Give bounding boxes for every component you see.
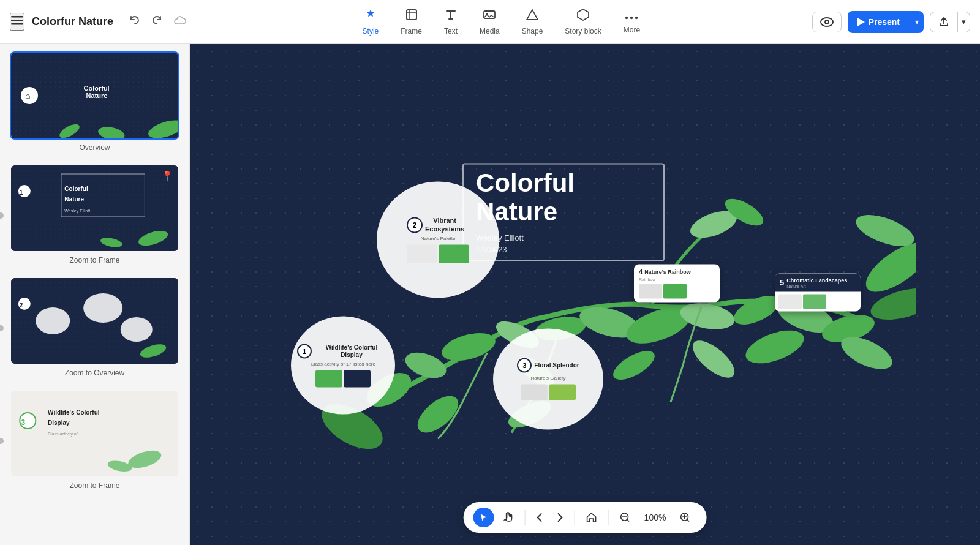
menu-icon-button[interactable] [10,13,24,31]
share-dropdown-button[interactable]: ▾ [958,12,970,32]
svg-marker-7 [578,9,589,20]
svg-point-21 [678,299,737,333]
card-5-img-2 [803,294,826,309]
svg-rect-1 [11,20,23,21]
undo-button[interactable] [126,11,144,32]
svg-point-11 [821,18,833,26]
bubble-2-img-1 [407,244,437,263]
slide-thumb-3[interactable]: Zoom to Frame [10,389,179,492]
bubble-3-sub: Nature's Gallery [517,375,579,381]
share-button-group: ▾ [930,12,970,32]
card-4[interactable]: 4 Nature's Rainbow Rainbow [634,265,720,303]
card-4-num: 4 [639,268,643,276]
tool-media-label: Media [480,27,500,36]
svg-point-35 [687,206,740,243]
svg-point-16 [439,328,498,366]
svg-rect-0 [11,16,23,18]
dot-indicator-1 [0,212,4,219]
bubble-3-img-1 [521,385,548,400]
tool-story-block-label: Story block [565,27,601,36]
bubble-1-title: Wildlife's Colorful Display [314,344,389,358]
main-author: Wesley Elliott 12/04/23 [476,231,651,255]
thumb-3-wrap [10,389,179,478]
svg-point-34 [867,282,916,326]
slide-thumb-overview[interactable]: Overview [10,51,179,154]
tool-story-block[interactable]: Story block [555,3,611,40]
svg-marker-13 [858,18,865,26]
nav-prev-button[interactable] [530,508,549,527]
bubble-1[interactable]: 1 Wildlife's Colorful Display Class acti… [291,317,395,415]
svg-point-9 [630,17,633,19]
svg-point-28 [609,345,659,386]
share-button[interactable] [930,12,958,32]
tool-media[interactable]: Media [470,3,510,40]
thumb-overview-canvas [11,53,178,138]
cloud-save-button[interactable] [170,12,190,32]
tool-more-label: More [624,26,640,34]
svg-point-15 [402,348,450,383]
svg-point-19 [576,301,643,343]
presentation-frame: ColorfulNature Wesley Elliott 12/04/23 1… [254,84,916,482]
svg-point-32 [859,234,916,301]
text-icon [444,8,458,24]
thumb-2-wrap [10,277,179,365]
svg-point-26 [412,389,465,439]
toolbar-divider-1 [525,510,526,525]
slide-thumb-2[interactable]: Zoom to Overview [10,277,179,380]
card-5-sub: Nature Art [786,284,847,288]
bubble-2-sub: Nature's Palette [407,235,469,241]
svg-point-24 [819,310,877,347]
bubble-2-num: 2 [407,217,423,233]
tool-style[interactable]: Style [353,3,389,40]
zoom-out-button[interactable] [614,507,637,528]
canvas-area[interactable]: ColorfulNature Wesley Elliott 12/04/23 1… [190,44,980,545]
pin-icon-1: 📍 [161,170,173,182]
cursor-tool-button[interactable] [473,508,494,527]
svg-point-29 [687,334,740,385]
zoom-in-button[interactable] [673,507,696,528]
tool-shape[interactable]: Shape [512,3,553,40]
tool-shape-label: Shape [522,27,543,36]
tool-text[interactable]: Text [434,3,467,40]
card-4-title: Nature's Rainbow [644,269,691,275]
thumb-3-canvas [11,391,178,476]
hand-tool-button[interactable] [497,507,520,528]
toolbar-center: Style Frame Text [190,3,812,40]
slide-thumb-1[interactable]: 📍 Zoom to Frame [10,164,179,267]
present-dropdown-button[interactable]: ▾ [910,11,924,33]
thumb-2-canvas [11,278,178,364]
sidebar: Overview 📍 Zoom to Frame Zoom to Overvie… [0,44,190,545]
toolbar-right: Present ▾ ▾ [812,11,970,33]
toolbar-divider-3 [608,510,609,525]
tool-more[interactable]: More [614,4,650,39]
present-button[interactable]: Present [848,11,910,33]
preview-button[interactable] [812,12,842,32]
main-title: ColorfulNature [476,169,651,225]
svg-point-8 [625,17,628,19]
thumb-1-label: Zoom to Frame [10,256,179,267]
bubble-3-title: Floral Splendor [534,362,579,369]
svg-rect-3 [407,10,417,20]
frame-icon [405,8,418,24]
dot-indicator-2 [0,325,4,331]
toolbar: Colorfur Nature Style [0,0,980,44]
card-4-img-2 [663,284,687,299]
home-button[interactable] [580,507,603,528]
toolbar-divider-2 [575,510,575,525]
present-label: Present [869,17,900,27]
thumb-overview-label: Overview [10,143,179,154]
svg-point-31 [837,330,897,375]
nav-next-button[interactable] [551,508,570,527]
svg-point-30 [741,324,808,370]
card-5[interactable]: 5 Chromatic Landscapes Nature Art [775,274,861,312]
bubble-3[interactable]: 3 Floral Splendor Nature's Gallery [493,329,603,430]
bubble-2[interactable]: 2 VibrantEcosystems Nature's Palette [377,182,499,298]
main-content: Overview 📍 Zoom to Frame Zoom to Overvie… [0,44,980,545]
thumb-overview-wrap [10,51,179,140]
svg-point-33 [852,209,916,253]
tool-frame[interactable]: Frame [391,3,432,40]
bubble-2-img-2 [439,244,469,263]
bottom-toolbar: 100% [464,502,707,533]
bubble-1-sub: Class activity of 17 listed here [297,361,389,366]
redo-button[interactable] [148,11,166,32]
